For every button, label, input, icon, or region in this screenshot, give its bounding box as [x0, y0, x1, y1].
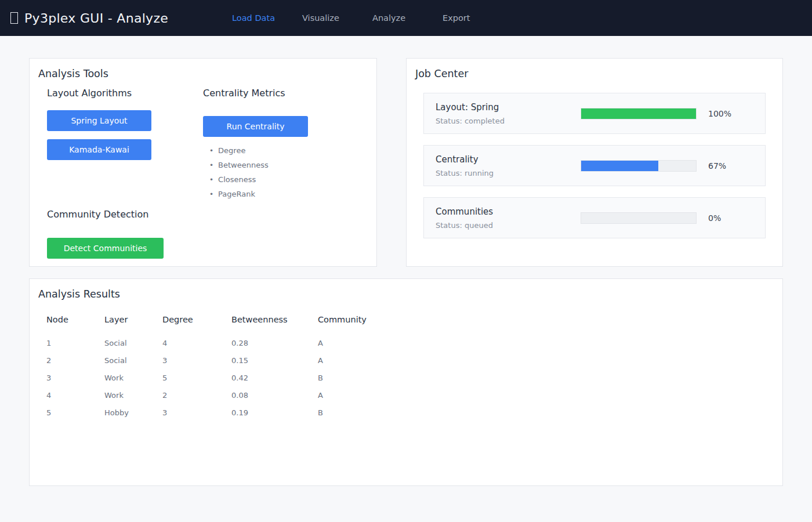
table-row: 2 Social 3 0.15 A [46, 351, 766, 369]
table-row: 5 Hobby 3 0.19 B [46, 404, 766, 421]
job-info: Centrality Status: running [436, 154, 581, 177]
cell-community: A [318, 339, 405, 347]
job-center-panel: Job Center Layout: Spring Status: comple… [406, 58, 783, 267]
metric-item-closeness: •Closeness [209, 172, 269, 187]
cell-node: 1 [46, 339, 104, 347]
spring-layout-button[interactable]: Spring Layout [47, 110, 151, 131]
progress-percent: 67% [708, 161, 726, 171]
progress-bar-track [581, 108, 697, 119]
navbar: Py3plex GUI - Analyze Load Data Visualiz… [0, 0, 812, 36]
job-card-layout-spring: Layout: Spring Status: completed 100% [423, 93, 766, 134]
cell-betweenness: 0.19 [231, 408, 318, 417]
metric-item-pagerank: •PageRank [209, 187, 269, 201]
app-logo-icon [10, 12, 18, 24]
analysis-results-title: Analysis Results [38, 288, 120, 300]
analysis-tools-panel: Analysis Tools Layout Algorithms Spring … [29, 58, 377, 267]
nav-link-analyze[interactable]: Analyze [372, 13, 443, 23]
community-detection-heading: Community Detection [47, 209, 148, 220]
col-header-degree: Degree [162, 315, 231, 324]
results-table: Node Layer Degree Betweenness Community … [46, 312, 766, 421]
job-name: Centrality [436, 154, 581, 165]
cell-layer: Work [104, 374, 162, 382]
job-name: Layout: Spring [436, 102, 581, 113]
detect-communities-button[interactable]: Detect Communities [47, 238, 164, 259]
nav-links: Load Data Visualize Analyze Export [232, 0, 513, 36]
job-status: Status: running [436, 169, 581, 177]
cell-betweenness: 0.08 [231, 391, 318, 400]
job-card-communities: Communities Status: queued 0% [423, 197, 766, 238]
job-info: Communities Status: queued [436, 206, 581, 230]
job-name: Communities [436, 206, 581, 217]
cell-layer: Social [104, 356, 162, 365]
brand: Py3plex GUI - Analyze [10, 0, 168, 36]
nav-link-load-data[interactable]: Load Data [232, 13, 302, 23]
cell-layer: Social [104, 339, 162, 347]
cell-betweenness: 0.28 [231, 339, 318, 347]
cell-degree: 2 [162, 391, 231, 400]
table-row: 3 Work 5 0.42 B [46, 369, 766, 386]
main-content: Analysis Tools Layout Algorithms Spring … [0, 36, 812, 486]
centrality-metrics-list: •Degree •Betweenness •Closeness •PageRan… [209, 143, 269, 201]
nav-link-export[interactable]: Export [443, 13, 513, 23]
cell-degree: 3 [162, 356, 231, 365]
kamada-kawai-button[interactable]: Kamada-Kawai [47, 139, 151, 160]
cell-betweenness: 0.15 [231, 356, 318, 365]
cell-degree: 5 [162, 374, 231, 382]
cell-community: A [318, 356, 405, 365]
bullet-icon: • [209, 147, 213, 155]
table-row: 1 Social 4 0.28 A [46, 334, 766, 351]
centrality-metrics-heading: Centrality Metrics [203, 88, 285, 99]
bullet-icon: • [209, 161, 213, 169]
progress-percent: 0% [708, 213, 721, 223]
progress-percent: 100% [708, 109, 731, 118]
metric-label: Betweenness [218, 161, 269, 169]
cell-community: B [318, 408, 405, 417]
job-status: Status: completed [436, 117, 581, 125]
metric-label: Closeness [218, 175, 256, 184]
progress-bar-fill [581, 161, 658, 171]
cell-node: 2 [46, 356, 104, 365]
cell-community: B [318, 374, 405, 382]
cell-degree: 3 [162, 408, 231, 417]
col-header-betweenness: Betweenness [231, 315, 318, 324]
cell-betweenness: 0.42 [231, 374, 318, 382]
metric-item-degree: •Degree [209, 143, 269, 158]
job-info: Layout: Spring Status: completed [436, 102, 581, 125]
analysis-tools-title: Analysis Tools [38, 68, 108, 79]
cell-degree: 4 [162, 339, 231, 347]
job-status: Status: queued [436, 221, 581, 230]
cell-node: 3 [46, 374, 104, 382]
col-header-node: Node [46, 315, 104, 324]
progress-bar-track [581, 212, 697, 224]
cell-node: 4 [46, 391, 104, 400]
bullet-icon: • [209, 176, 213, 184]
col-header-community: Community [318, 315, 405, 324]
run-centrality-button[interactable]: Run Centrality [203, 116, 308, 137]
job-center-title: Job Center [415, 68, 468, 79]
metric-label: PageRank [218, 190, 255, 198]
layout-algorithms-heading: Layout Algorithms [47, 88, 132, 99]
nav-link-visualize[interactable]: Visualize [302, 13, 372, 23]
cell-layer: Hobby [104, 408, 162, 417]
col-header-layer: Layer [104, 315, 162, 324]
app-title: Py3plex GUI - Analyze [24, 11, 168, 26]
table-row: 4 Work 2 0.08 A [46, 386, 766, 404]
job-card-centrality: Centrality Status: running 67% [423, 145, 766, 186]
progress-bar-fill [581, 108, 696, 119]
metric-item-betweenness: •Betweenness [209, 158, 269, 172]
cell-community: A [318, 391, 405, 400]
analysis-results-panel: Analysis Results Node Layer Degree Betwe… [29, 278, 783, 486]
cell-layer: Work [104, 391, 162, 400]
progress-bar-track [581, 160, 697, 172]
job-list: Layout: Spring Status: completed 100% Ce… [423, 93, 766, 249]
results-table-header: Node Layer Degree Betweenness Community [46, 312, 766, 327]
bullet-icon: • [209, 190, 213, 198]
metric-label: Degree [218, 146, 245, 155]
cell-node: 5 [46, 408, 104, 417]
